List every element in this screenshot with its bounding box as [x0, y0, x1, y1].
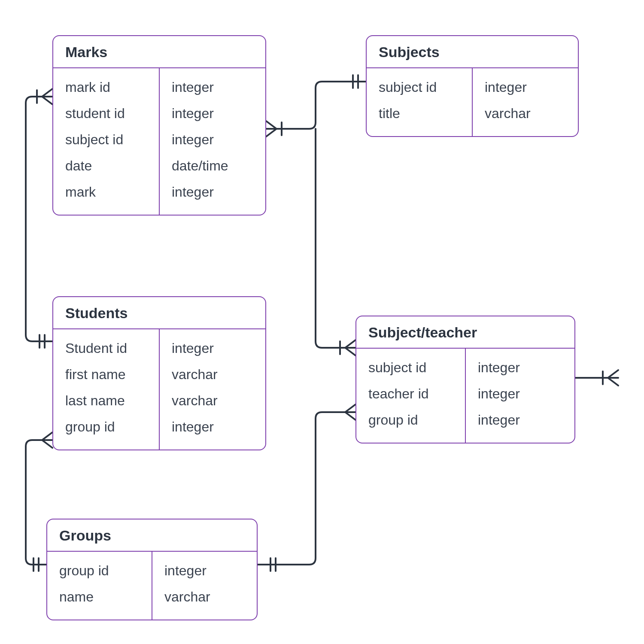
field-type: date/time	[160, 153, 265, 179]
field-type: integer	[160, 179, 265, 205]
field-name: group id	[53, 414, 159, 440]
field-type: integer	[466, 381, 574, 407]
field-type: integer	[160, 100, 265, 127]
field-name: date	[53, 153, 159, 179]
entity-title: Subjects	[367, 36, 578, 68]
field-type: integer	[466, 407, 574, 433]
field-name: title	[367, 100, 472, 127]
field-type: varchar	[160, 361, 265, 388]
field-type: integer	[473, 74, 578, 100]
field-name: group id	[47, 558, 152, 584]
entity-marks: Marks mark id student id subject id date…	[52, 35, 266, 216]
field-name: name	[47, 584, 152, 610]
field-type: integer	[466, 355, 574, 381]
entity-subject-teacher: Subject/teacher subject id teacher id gr…	[355, 316, 575, 444]
field-name: mark id	[53, 74, 159, 100]
field-type: integer	[160, 74, 265, 100]
entity-students: Students Student id first name last name…	[52, 296, 266, 450]
entity-title: Subject/teacher	[356, 316, 574, 349]
field-type: varchar	[473, 100, 578, 127]
field-type: integer	[160, 335, 265, 361]
entity-title: Marks	[53, 36, 265, 68]
field-name: first name	[53, 361, 159, 388]
field-name: Student id	[53, 335, 159, 361]
field-type: integer	[160, 414, 265, 440]
field-type: varchar	[160, 388, 265, 414]
entity-title: Groups	[47, 519, 257, 552]
field-name: student id	[53, 100, 159, 127]
field-name: subject id	[356, 355, 465, 381]
field-name: subject id	[367, 74, 472, 100]
entity-groups: Groups group id name integer varchar	[46, 519, 258, 620]
field-name: teacher id	[356, 381, 465, 407]
field-name: mark	[53, 179, 159, 205]
entity-subjects: Subjects subject id title integer varcha…	[366, 35, 579, 137]
field-type: integer	[152, 558, 257, 584]
field-type: integer	[160, 127, 265, 153]
field-name: group id	[356, 407, 465, 433]
field-type: varchar	[152, 584, 257, 610]
field-name: subject id	[53, 127, 159, 153]
entity-title: Students	[53, 297, 265, 329]
field-name: last name	[53, 388, 159, 414]
